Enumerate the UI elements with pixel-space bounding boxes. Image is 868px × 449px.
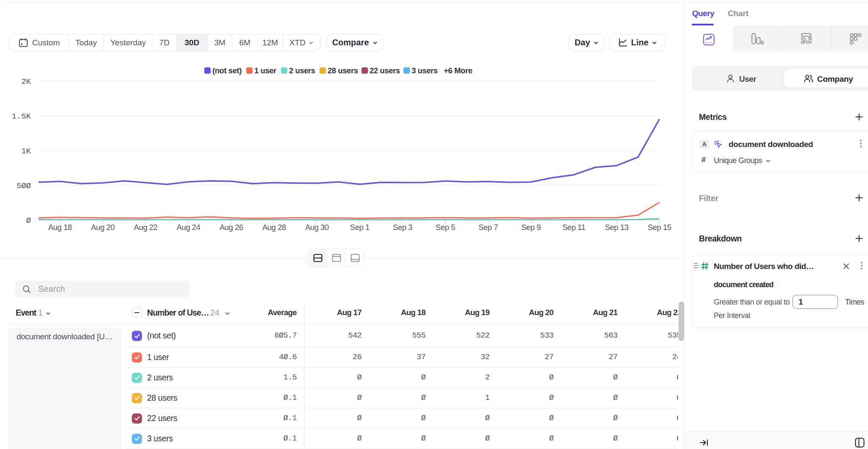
svg-text:Aug 30: Aug 30 — [305, 223, 329, 232]
svg-text:Aug 26: Aug 26 — [220, 223, 243, 232]
svg-text:Sep 7: Sep 7 — [479, 223, 498, 232]
svg-text:2K: 2K — [21, 77, 31, 86]
svg-text:Aug 22: Aug 22 — [134, 223, 158, 232]
svg-text:Sep 13: Sep 13 — [605, 223, 629, 232]
svg-text:Sep 5: Sep 5 — [436, 223, 455, 232]
svg-text:Aug 20: Aug 20 — [91, 223, 115, 232]
svg-text:Aug 28: Aug 28 — [262, 223, 286, 232]
svg-text:5ØØ: 5ØØ — [17, 181, 31, 191]
svg-text:Sep 9: Sep 9 — [521, 223, 541, 232]
svg-text:1K: 1K — [21, 147, 31, 156]
svg-text:1.5K: 1.5K — [11, 112, 31, 121]
svg-text:Sep 3: Sep 3 — [393, 223, 412, 232]
svg-text:Ø: Ø — [26, 216, 31, 225]
svg-text:Aug 18: Aug 18 — [48, 223, 72, 232]
svg-text:Sep 15: Sep 15 — [648, 223, 671, 232]
svg-text:Sep 11: Sep 11 — [562, 223, 585, 232]
svg-text:Sep 1: Sep 1 — [350, 223, 370, 232]
svg-text:Aug 24: Aug 24 — [177, 223, 200, 232]
